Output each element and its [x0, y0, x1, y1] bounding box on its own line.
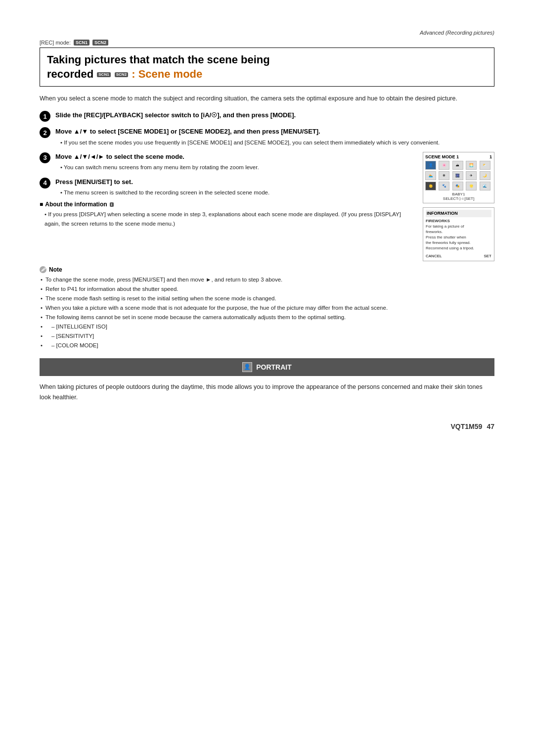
step-2-text: Move ▲/▼ to select [SCENE MODE1] or [SCE… [55, 127, 494, 137]
scene-grid-row2: 🏊 ❄ 🎆 ✈ 🌙 [425, 171, 492, 180]
step-2-number: 2 [40, 127, 50, 138]
step-3-row: 3 Move ▲/▼/◄/► to select the scene mode.… [40, 152, 416, 172]
note-item-5: The following items cannot be set in sce… [40, 313, 494, 322]
footer-page: 47 [487, 423, 494, 430]
footer-code: VQT1M59 [450, 423, 482, 430]
page-header: Advanced (Recording pictures) [40, 30, 494, 36]
intro-text: When you select a scene mode to match th… [40, 94, 494, 103]
scene-cell-15: 🌊 [480, 182, 490, 190]
about-info-title-text: About the information [45, 201, 107, 208]
portrait-banner-text: PORTRAIT [256, 363, 292, 371]
steps-3-4-right: SCENE MODE 1 1 👤 🌸 ⛰ 🌅 ⛅ 🏊 ❄ 🎆 ✈ 🌙 [423, 152, 494, 261]
note-item-8: – [COLOR MODE] [40, 341, 494, 350]
scene-cell-1: 👤 [425, 161, 436, 170]
step-2-subnote: If you set the scene modes you use frequ… [55, 139, 494, 147]
title-line2-plain: recorded [47, 68, 96, 80]
scene-cell-2: 🌸 [439, 161, 449, 170]
step-2-content: Move ▲/▼ to select [SCENE MODE1] or [SCE… [55, 127, 494, 147]
info-line3: Press the shutter when [426, 235, 466, 239]
step-3-subnote: You can switch menu screens from any men… [55, 163, 416, 172]
section-title-box: Taking pictures that match the scene bei… [40, 47, 494, 87]
scene-label: BABY1 [425, 192, 492, 196]
title-line2-orange: : Scene mode [132, 68, 202, 80]
step-1-row: 1 Slide the [REC]/[PLAYBACK] selector sw… [40, 110, 494, 122]
portrait-description: When taking pictures of people outdoors … [40, 382, 494, 403]
step-3-number: 3 [40, 152, 50, 163]
scene-cell-14: 🌟 [466, 182, 477, 190]
note-item-3: The scene mode flash setting is reset to… [40, 294, 494, 303]
info-icon: i [110, 202, 114, 207]
rec-mode-tag: [REC] mode: SCN1 SCN2 [40, 40, 494, 46]
step-3-text: Move ▲/▼/◄/► to select the scene mode. [55, 152, 416, 162]
note-item-1: To change the scene mode, press [MENU/SE… [40, 275, 494, 284]
info-cancel: CANCEL [426, 253, 442, 259]
step-4-number: 4 [40, 178, 50, 189]
info-box: INFORMATION FIREWORKS For taking a pictu… [423, 207, 494, 261]
step-4-content: Press [MENU/SET] to set. The menu screen… [55, 177, 416, 197]
black-square-icon: ■ [40, 201, 43, 208]
step-4-subnote: The menu screen is switched to the recor… [55, 189, 416, 197]
info-box-footer: CANCEL SET [426, 253, 491, 259]
scene-nav: SELECT◇ i [SET] [425, 196, 492, 201]
step-1-text: Slide the [REC]/[PLAYBACK] selector swit… [55, 110, 494, 120]
scene-cell-7: ❄ [439, 171, 449, 180]
about-info-title: ■ About the information i [40, 201, 416, 208]
note-title-text: Note [49, 266, 62, 273]
steps-3-4-left: 3 Move ▲/▼/◄/► to select the scene mode.… [40, 152, 416, 232]
steps-3-4-container: 3 Move ▲/▼/◄/► to select the scene mode.… [40, 152, 494, 261]
scene-cell-8: 🎆 [452, 171, 463, 180]
scene-cell-12: 🐾 [439, 182, 449, 190]
steps-area: 1 Slide the [REC]/[PLAYBACK] selector sw… [40, 110, 494, 147]
scene-mode-badge1: SCN1 [97, 72, 110, 77]
scene-mode-header: SCENE MODE 1 1 [425, 154, 492, 159]
scene-cell-6: 🏊 [425, 171, 436, 180]
scene-cell-4: 🌅 [466, 161, 477, 170]
scene-cell-10: 🌙 [480, 171, 490, 180]
about-info-section: ■ About the information i If you press [… [40, 201, 416, 228]
scene-cell-13: 🎭 [452, 182, 463, 190]
scene-grid-row3: 👶 🐾 🎭 🌟 🌊 [425, 182, 492, 190]
note-item-4: When you take a picture with a scene mod… [40, 303, 494, 313]
note-item-2: Refer to P41 for information about the s… [40, 284, 494, 294]
info-box-title: INFORMATION [426, 210, 491, 217]
step-1-number: 1 [40, 111, 50, 122]
info-line4: the fireworks fully spread. [426, 240, 471, 245]
scene-mode-badge2: SCN2 [115, 72, 128, 77]
note-item-6: – [INTELLIGENT ISO] [40, 322, 494, 331]
note-title: 🖊 Note [40, 266, 494, 273]
step-3-content: Move ▲/▼/◄/► to select the scene mode. Y… [55, 152, 416, 172]
info-line2: fireworks. [426, 230, 443, 234]
note-item-7: – [SENSITIVITY] [40, 331, 494, 341]
portrait-banner: 👤 PORTRAIT [40, 358, 494, 376]
badge-scn2: SCN2 [92, 40, 108, 46]
scene-cell-5: ⛅ [480, 161, 490, 170]
scene-cell-11: 👶 [425, 182, 436, 190]
info-item: FIREWORKS [426, 219, 450, 223]
step-4-row: 4 Press [MENU/SET] to set. The menu scre… [40, 177, 416, 197]
note-icon: 🖊 [40, 266, 46, 273]
step-4-text: Press [MENU/SET] to set. [55, 177, 416, 187]
scene-mode-title: SCENE MODE 1 [425, 154, 459, 159]
page-footer: VQT1M59 47 [40, 423, 494, 430]
scene-cell-3: ⛰ [452, 161, 463, 170]
info-line1: For taking a picture of [426, 224, 464, 229]
title-line1: Taking pictures that match the scene bei… [47, 53, 270, 66]
rec-mode-label: [REC] mode: [40, 40, 71, 46]
info-set: SET [484, 253, 491, 259]
scene-mode-page: 1 [490, 154, 492, 159]
scene-mode-box: SCENE MODE 1 1 👤 🌸 ⛰ 🌅 ⛅ 🏊 ❄ 🎆 ✈ 🌙 [423, 152, 494, 203]
info-line5: Recommend using a tripod. [426, 246, 474, 250]
scene-grid-row1: 👤 🌸 ⛰ 🌅 ⛅ [425, 161, 492, 170]
step-2-row: 2 Move ▲/▼ to select [SCENE MODE1] or [S… [40, 127, 494, 147]
step-1-content: Slide the [REC]/[PLAYBACK] selector swit… [55, 110, 494, 120]
scene-mode-footer: BABY1 SELECT◇ i [SET] [425, 192, 492, 201]
badge-scn1: SCN1 [74, 40, 89, 46]
scene-cell-9: ✈ [466, 171, 477, 180]
note-section: 🖊 Note To change the scene mode, press [… [40, 266, 494, 350]
portrait-icon: 👤 [242, 362, 252, 372]
info-box-content: FIREWORKS For taking a picture of firewo… [426, 218, 491, 251]
about-info-content: If you press [DISPLAY] when selecting a … [40, 210, 416, 228]
